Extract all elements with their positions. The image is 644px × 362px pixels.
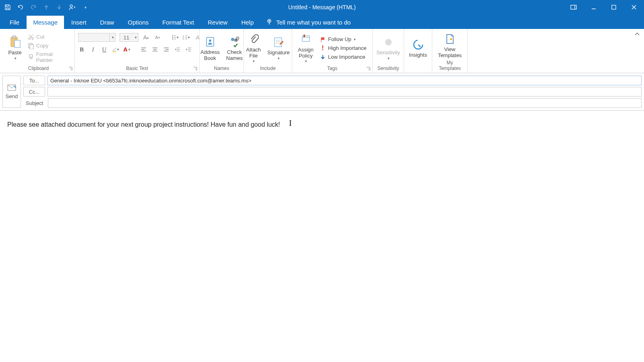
- insights-button[interactable]: Insights: [407, 37, 429, 59]
- clipboard-group-label: Clipboard: [6, 66, 71, 72]
- high-importance-button[interactable]: ! High Importance: [318, 44, 367, 52]
- insights-icon: [411, 38, 425, 51]
- assign-policy-button[interactable]: Assign Policy ▾: [295, 32, 316, 64]
- check-names-icon: @: [227, 35, 241, 49]
- copy-button[interactable]: Copy: [27, 42, 71, 50]
- cut-label: Cut: [36, 34, 44, 40]
- decrease-indent-icon[interactable]: [174, 46, 181, 53]
- send-icon: [7, 84, 16, 91]
- font-name-select[interactable]: ▾: [78, 33, 116, 42]
- cc-field-row: Cc...: [23, 87, 642, 97]
- qat-customize-icon[interactable]: ▾: [81, 4, 89, 11]
- sensitivity-button[interactable]: Sensitivity ▾: [374, 35, 402, 61]
- numbering-icon[interactable]: 123▾: [183, 34, 190, 41]
- cc-button[interactable]: Cc...: [23, 87, 45, 97]
- tab-insert[interactable]: Insert: [65, 16, 93, 29]
- prev-item-icon[interactable]: [43, 4, 50, 11]
- view-templates-button[interactable]: View Templates: [436, 31, 464, 59]
- svg-rect-19: [113, 51, 116, 52]
- tell-me-search[interactable]: Tell me what you want to do: [261, 15, 355, 29]
- tab-draw[interactable]: Draw: [94, 16, 121, 29]
- person-icon[interactable]: ▾: [68, 4, 76, 11]
- tab-review[interactable]: Review: [201, 16, 234, 29]
- subject-input[interactable]: [48, 98, 642, 108]
- increase-indent-icon[interactable]: [185, 46, 192, 53]
- basic-text-launcher[interactable]: [193, 66, 198, 71]
- decrease-font-icon[interactable]: A▾: [154, 34, 161, 41]
- bold-button[interactable]: B: [78, 46, 85, 53]
- underline-button[interactable]: U: [101, 46, 108, 53]
- svg-rect-26: [302, 36, 310, 41]
- address-book-button[interactable]: Address Book: [198, 34, 222, 62]
- svg-point-28: [385, 39, 392, 45]
- align-center-icon[interactable]: [151, 46, 159, 53]
- svg-rect-6: [12, 36, 16, 38]
- close-button[interactable]: [624, 0, 644, 14]
- collapse-ribbon-icon[interactable]: [634, 31, 640, 37]
- attach-file-button[interactable]: Attach File ▾: [244, 32, 263, 64]
- signature-button[interactable]: Signature ▾: [265, 35, 292, 61]
- basic-text-group-label: Basic Text: [78, 66, 196, 72]
- message-body[interactable]: Please see attached document for your ne…: [0, 111, 644, 360]
- follow-up-button[interactable]: Follow Up ▾: [318, 35, 367, 43]
- signature-icon: [272, 35, 285, 49]
- address-book-label: Address Book: [200, 49, 220, 61]
- window-controls: [564, 0, 644, 14]
- include-group-label: Include: [247, 66, 289, 72]
- tab-message[interactable]: Message: [27, 16, 64, 29]
- send-label: Send: [6, 93, 18, 99]
- tab-format-text[interactable]: Format Text: [156, 16, 200, 29]
- low-importance-label: Low Importance: [328, 54, 365, 60]
- check-names-button[interactable]: @ Check Names: [224, 34, 245, 62]
- svg-rect-2: [612, 5, 616, 9]
- insights-label: Insights: [409, 52, 427, 58]
- ribbon-display-options[interactable]: [564, 0, 584, 14]
- tab-file[interactable]: File: [3, 16, 26, 29]
- quick-access-toolbar: ▾ ▾: [0, 4, 93, 11]
- clipboard-launcher[interactable]: [68, 66, 73, 71]
- svg-point-21: [209, 39, 211, 42]
- italic-button[interactable]: I: [89, 46, 97, 53]
- send-button[interactable]: Send: [2, 76, 21, 108]
- scissors-icon: [27, 33, 35, 41]
- tab-help[interactable]: Help: [235, 16, 260, 29]
- cc-input[interactable]: [47, 87, 642, 97]
- tab-options[interactable]: Options: [122, 16, 155, 29]
- minimize-button[interactable]: [584, 0, 604, 14]
- save-icon[interactable]: [4, 4, 11, 11]
- to-button[interactable]: To...: [23, 76, 45, 85]
- next-item-icon[interactable]: [56, 4, 63, 11]
- low-importance-button[interactable]: Low Importance: [318, 53, 367, 61]
- tags-launcher[interactable]: [366, 66, 371, 71]
- svg-rect-11: [30, 45, 33, 49]
- svg-point-0: [70, 5, 72, 7]
- font-size-select[interactable]: 11▾: [120, 33, 138, 42]
- high-importance-label: High Importance: [328, 45, 366, 51]
- increase-font-icon[interactable]: A▴: [142, 34, 150, 41]
- svg-point-9: [32, 37, 33, 39]
- title-bar: ▾ ▾ Untitled - Message (HTML): [0, 0, 644, 14]
- bullets-icon[interactable]: ▾: [171, 34, 179, 41]
- paste-button[interactable]: Paste ▾: [6, 35, 24, 61]
- sensitivity-btn-label: Sensitivity: [376, 50, 400, 56]
- address-book-icon: [203, 35, 217, 49]
- svg-rect-25: [275, 38, 282, 47]
- svg-point-15: [172, 39, 173, 40]
- align-left-icon[interactable]: [140, 46, 147, 53]
- copy-label: Copy: [36, 43, 48, 49]
- group-sensitivity: Sensitivity ▾ Sensitivity: [373, 29, 404, 73]
- follow-up-label: Follow Up: [328, 36, 351, 42]
- maximize-button[interactable]: [604, 0, 624, 14]
- to-input[interactable]: [47, 76, 642, 85]
- highlight-icon[interactable]: ▾: [112, 46, 119, 53]
- redo-icon[interactable]: [30, 4, 37, 11]
- flag-icon: [319, 36, 326, 43]
- compose-header: Send To... Cc... Subject: [0, 73, 644, 111]
- to-field-row: To...: [23, 76, 642, 85]
- cut-button[interactable]: Cut: [27, 33, 71, 41]
- font-color-icon[interactable]: A▾: [123, 46, 130, 53]
- align-right-icon[interactable]: [163, 46, 170, 53]
- undo-icon[interactable]: [17, 4, 24, 11]
- format-painter-button[interactable]: Format Painter: [27, 51, 71, 64]
- ribbon: Paste ▾ Cut Copy: [0, 29, 644, 73]
